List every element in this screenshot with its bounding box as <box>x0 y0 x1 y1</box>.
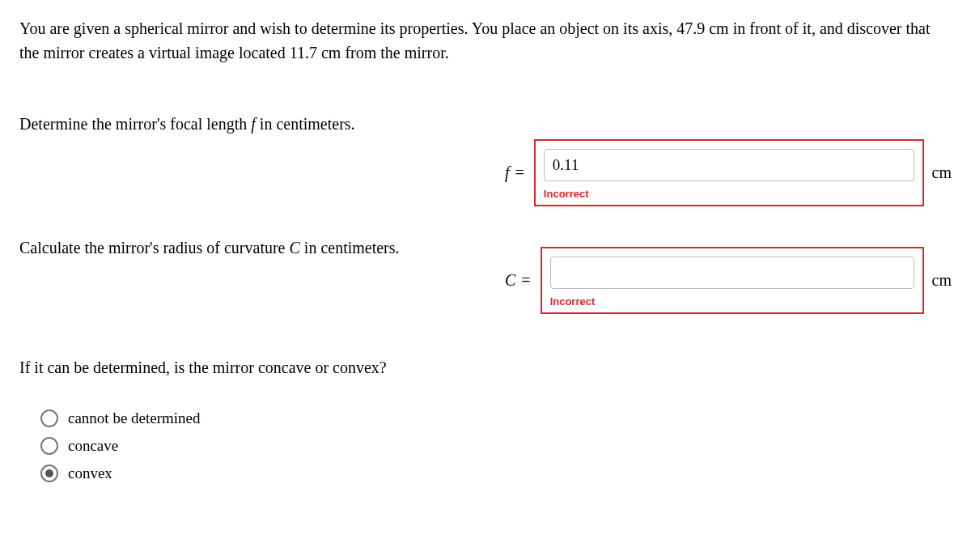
q1-prompt: Determine the mirror's focal length f in… <box>19 115 505 134</box>
q2-feedback: Incorrect <box>550 295 914 308</box>
q1-input[interactable] <box>544 149 914 181</box>
q3-option-label: concave <box>68 437 118 455</box>
q2-unit: cm <box>932 271 952 290</box>
q1-feedback: Incorrect <box>544 188 914 200</box>
q1-unit: cm <box>932 163 952 182</box>
q2-prompt-var: C <box>289 239 299 257</box>
radio-icon <box>40 437 58 455</box>
q2-prompt: Calculate the mirror's radius of curvatu… <box>19 239 505 257</box>
q1-prompt-post: in centimeters. <box>256 115 355 133</box>
question-mirror-type: If it can be determined, is the mirror c… <box>19 358 952 482</box>
q3-option-concave[interactable]: concave <box>40 437 952 455</box>
q1-prompt-pre: Determine the mirror's focal length <box>19 115 251 133</box>
q2-var-symbol: C <box>505 271 515 289</box>
q3-option-convex[interactable]: convex <box>40 465 952 482</box>
radio-icon <box>40 409 58 427</box>
radio-icon <box>40 465 58 482</box>
q1-equals: = <box>515 163 524 181</box>
q2-prompt-pre: Calculate the mirror's radius of curvatu… <box>19 239 289 257</box>
q1-var-label: f = <box>505 163 529 182</box>
q1-input-wrap: Incorrect <box>534 139 924 206</box>
q3-option-cannot-determine[interactable]: cannot be determined <box>40 409 952 427</box>
q3-prompt: If it can be determined, is the mirror c… <box>19 358 952 377</box>
q2-prompt-post: in centimeters. <box>300 239 400 257</box>
question-radius: Calculate the mirror's radius of curvatu… <box>19 239 952 314</box>
q2-input-wrap: Incorrect <box>541 247 924 314</box>
q2-var-label: C = <box>505 271 536 290</box>
question-focal-length: Determine the mirror's focal length f in… <box>19 115 952 206</box>
problem-statement: You are given a spherical mirror and wis… <box>19 16 952 65</box>
q3-options: cannot be determined concave convex <box>19 409 952 482</box>
q1-var-symbol: f <box>505 163 510 181</box>
q3-option-label: cannot be determined <box>68 409 201 427</box>
q2-input[interactable] <box>550 257 914 289</box>
q2-equals: = <box>521 271 530 289</box>
q3-option-label: convex <box>68 465 112 482</box>
